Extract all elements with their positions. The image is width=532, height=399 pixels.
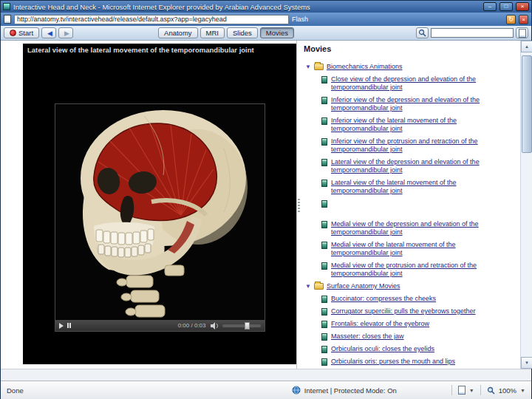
forward-button[interactable]: ▶ — [58, 27, 73, 38]
app-toolbar: Start ◀ ▶ AnatomyMRISlidesMovies — [1, 26, 531, 41]
tree-item-label[interactable]: Medial view of the protrusion and retrac… — [331, 262, 514, 278]
tab-movies[interactable]: Movies — [260, 27, 294, 38]
globe-icon — [292, 386, 301, 395]
page-tab-label[interactable]: Flash — [292, 16, 308, 23]
browser-window: Interactive Head and Neck - Microsoft In… — [0, 0, 532, 399]
stop-icon[interactable]: × — [519, 15, 528, 24]
scroll-track[interactable] — [521, 52, 532, 357]
scroll-up-icon[interactable]: ▲ — [521, 41, 532, 52]
volume-thumb[interactable] — [245, 322, 250, 330]
movie-item-icon — [321, 138, 327, 146]
scroll-down-icon[interactable]: ▼ — [521, 357, 532, 369]
zoom-control[interactable]: 100% ▼ — [487, 386, 525, 395]
volume-icon[interactable] — [210, 322, 219, 330]
tree-folder[interactable]: ▼Surface Anatomy Movies — [305, 282, 520, 290]
tree-item[interactable]: Buccinator: compresses the cheeks — [321, 295, 520, 303]
movies-panel-title: Movies — [304, 44, 520, 53]
start-button[interactable]: Start — [4, 27, 39, 38]
zone-group: Internet | Protected Mode: On — [292, 386, 397, 395]
tree-item-label[interactable]: Orbicularis oculi: closes the eyelids — [331, 345, 434, 353]
vertical-scrollbar[interactable]: ▲ ▼ — [520, 41, 532, 369]
tree-item[interactable]: Corrugator supercilii: pulls the eyebrow… — [321, 307, 520, 316]
page-menu[interactable]: ▼ — [458, 386, 474, 395]
zoom-level: 100% — [499, 386, 516, 395]
tree-item[interactable]: Medial view of the protrusion and retrac… — [321, 262, 520, 278]
play-icon[interactable] — [59, 323, 64, 329]
tree-item-label[interactable]: Lateral view of the lateral movement of … — [331, 179, 514, 195]
tree-item-label[interactable]: Inferior view of the protrusion and retr… — [331, 137, 514, 154]
video-controls: 0:00 / 0:03 — [55, 320, 265, 331]
movies-panel: Movies ▼Biomechanics AnimationsClose vie… — [301, 41, 520, 369]
close-button[interactable]: × — [516, 2, 529, 11]
primal-logo-icon — [10, 30, 16, 36]
title-bar[interactable]: Interactive Head and Neck - Microsoft In… — [1, 1, 531, 13]
app-icon — [3, 3, 10, 10]
tree-item[interactable]: Inferior view of the lateral movement of… — [321, 117, 520, 133]
tree-item[interactable]: Inferior view of the depression and elev… — [321, 96, 520, 112]
tree-folder[interactable]: ▼Biomechanics Animations — [305, 63, 520, 70]
horizontal-scroll-area[interactable] — [1, 369, 531, 381]
maximize-button[interactable]: □ — [499, 2, 513, 11]
tree-item[interactable]: Medial view of the lateral movement of t… — [321, 241, 520, 257]
collapse-triangle-icon[interactable]: ▼ — [305, 283, 311, 290]
tree-item-label[interactable]: Corrugator supercilii: pulls the eyebrow… — [331, 307, 476, 316]
movies-tree: ▼Biomechanics AnimationsClose view of th… — [304, 63, 520, 366]
panel-splitter[interactable] — [296, 41, 301, 369]
search-button[interactable] — [416, 27, 429, 38]
tree-item-label[interactable]: Close view of the depression and elevati… — [331, 75, 514, 92]
refresh-icon[interactable]: ↻ — [506, 15, 516, 24]
tree-item[interactable]: Inferior view of the protrusion and retr… — [321, 137, 520, 154]
tree-item-label[interactable]: Lateral view of the protrusion and retra… — [331, 200, 514, 216]
tree-item-label[interactable]: Inferior view of the lateral movement of… — [331, 117, 514, 133]
tree-item-label[interactable]: Masseter: closes the jaw — [331, 332, 404, 341]
movie-item-icon — [321, 221, 327, 228]
tree-folder-label[interactable]: Surface Anatomy Movies — [327, 282, 400, 290]
tab-mri[interactable]: MRI — [200, 27, 225, 38]
tree-item[interactable]: Close view of the depression and elevati… — [321, 75, 520, 92]
page-options-button[interactable] — [516, 27, 528, 38]
search-input[interactable] — [431, 28, 514, 38]
volume-slider[interactable] — [222, 324, 261, 327]
favicon — [4, 15, 11, 24]
url-input[interactable] — [14, 15, 289, 24]
scroll-thumb[interactable] — [522, 55, 532, 153]
minimize-button[interactable]: – — [483, 2, 497, 11]
status-bar: Done Internet | Protected Mode: On ▼ 100… — [1, 381, 531, 399]
video-title: Lateral view of the lateral movement of … — [23, 44, 296, 55]
window-title: Interactive Head and Neck - Microsoft In… — [13, 3, 480, 11]
movie-item-icon — [321, 358, 327, 366]
tree-item-label[interactable]: Inferior view of the depression and elev… — [331, 96, 514, 112]
nav-tabs: AnatomyMRISlidesMovies — [158, 27, 294, 38]
movie-item-icon — [321, 321, 327, 328]
tree-folder-label[interactable]: Biomechanics Animations — [327, 63, 403, 70]
tree-item[interactable]: Lateral view of the depression and eleva… — [321, 158, 520, 174]
back-button[interactable]: ◀ — [41, 27, 56, 38]
search-group — [416, 27, 528, 38]
tree-item[interactable]: Masseter: closes the jaw — [321, 332, 520, 341]
tree-item-label[interactable]: Lateral view of the depression and eleva… — [331, 158, 514, 174]
page-icon — [519, 29, 526, 38]
tab-slides[interactable]: Slides — [227, 27, 258, 38]
time-display: 0:00 / 0:03 — [178, 322, 206, 329]
collapse-triangle-icon[interactable]: ▼ — [305, 64, 311, 70]
tree-item[interactable]: Orbicularis oculi: closes the eyelids — [321, 345, 520, 353]
tree-item[interactable]: Medial view of the depression and elevat… — [321, 220, 520, 236]
movie-item-icon — [321, 76, 327, 83]
movie-item-icon — [321, 333, 327, 341]
tree-item[interactable]: Frontalis: elevator of the eyebrow — [321, 320, 520, 328]
tree-item-label[interactable]: Frontalis: elevator of the eyebrow — [331, 320, 429, 328]
tree-item-label[interactable]: Buccinator: compresses the cheeks — [331, 295, 436, 303]
tab-anatomy[interactable]: Anatomy — [158, 27, 198, 38]
tree-item[interactable]: Orbicularis oris: purses the mouth and l… — [321, 358, 520, 366]
tree-item-label[interactable]: Medial view of the depression and elevat… — [331, 220, 514, 236]
pause-icon[interactable] — [67, 323, 71, 328]
search-icon — [418, 29, 426, 37]
skull-render[interactable] — [55, 104, 265, 320]
movie-item-icon — [321, 262, 327, 270]
tree-item-label[interactable]: Orbicularis oris: purses the mouth and l… — [331, 358, 455, 366]
tree-item[interactable]: Lateral view of the lateral movement of … — [321, 179, 520, 195]
tree-item-label[interactable]: Medial view of the lateral movement of t… — [331, 241, 514, 257]
video-panel: Lateral view of the lateral movement of … — [23, 44, 296, 364]
splitter-grip-icon — [298, 199, 300, 212]
tree-item[interactable]: Lateral view of the protrusion and retra… — [321, 200, 520, 216]
